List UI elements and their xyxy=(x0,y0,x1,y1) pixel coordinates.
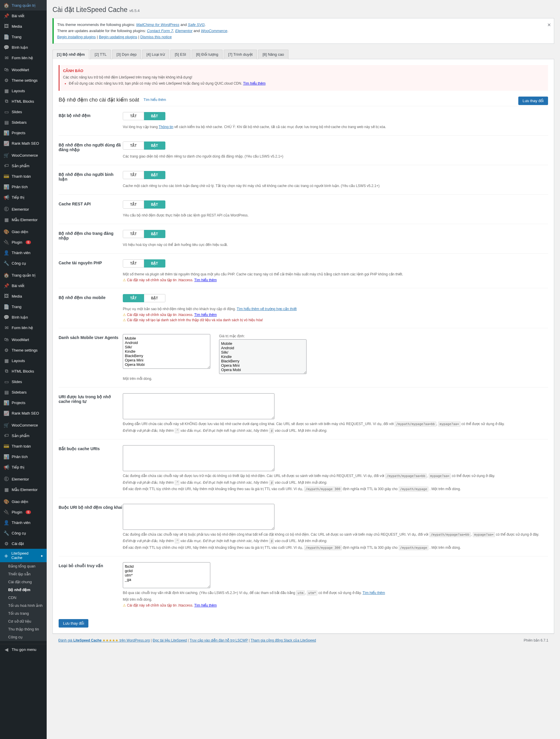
sidebar-item-litespeed[interactable]: ◈ LiteSpeed Cache ▸ xyxy=(0,549,47,562)
close-icon[interactable]: ✕ xyxy=(547,21,551,29)
submenu-item[interactable]: Cài đặt chung xyxy=(0,578,47,586)
textarea-mobile-agents[interactable]: Mobile Android Silk/ Kindle BlackBerry O… xyxy=(123,334,210,369)
sidebar-item[interactable]: 🏠Trang quản trị xyxy=(0,0,47,10)
save-button-bottom[interactable]: Lưu thay đổi xyxy=(59,619,88,627)
submenu-item[interactable]: Thiết lập sẵn xyxy=(0,570,47,578)
tab[interactable]: [7] Trình duyệt xyxy=(224,49,257,59)
submenu-item[interactable]: Bộ nhớ đệm xyxy=(0,586,47,594)
sidebar-item[interactable]: 🏷Sản phẩm xyxy=(0,160,47,171)
sidebar-item[interactable]: 🔌Plugin6 xyxy=(0,237,47,248)
sidebar-item[interactable]: 📄Trang xyxy=(0,31,47,42)
sidebar-item[interactable]: ⚙Cài đặt xyxy=(0,538,47,549)
sidebar-item[interactable]: ⧉HTML Blocks xyxy=(0,366,47,377)
sidebar-item[interactable]: ✉Form liên hệ xyxy=(0,322,47,333)
submenu-item[interactable]: Tối ưu trang xyxy=(0,609,47,617)
tab[interactable]: [8] Nâng cao xyxy=(258,49,289,59)
toggle-off[interactable]: TẮT xyxy=(123,200,144,208)
sidebar-item[interactable]: 💬Bình luận xyxy=(0,42,47,52)
toggle-off[interactable]: TẮT xyxy=(123,142,144,150)
sidebar-item[interactable]: 🛍WoodMart xyxy=(0,64,47,75)
link-info[interactable]: Thông tin xyxy=(159,125,173,129)
submenu-item[interactable]: Công cụ xyxy=(0,633,47,641)
sidebar-item[interactable]: 🔌Plugin6 xyxy=(0,507,47,517)
sidebar-item[interactable]: 📊Projects xyxy=(0,128,47,138)
sidebar-item[interactable]: 📈Rank Math SEO xyxy=(0,138,47,148)
toggle-off[interactable]: TẮT xyxy=(123,171,144,179)
footer-forum-link[interactable]: Truy cập vào diễn đàn hỗ trợ LSCWP xyxy=(190,638,248,642)
sidebar-item[interactable]: 💳Thanh toán xyxy=(0,171,47,181)
sidebar-item[interactable]: 🛒WooCommerce xyxy=(0,420,47,430)
toggle-off[interactable]: TẮT xyxy=(123,230,144,238)
submenu-item[interactable]: Tối ưu hoá hình ảnh xyxy=(0,602,47,609)
toggle-on[interactable]: BẬT xyxy=(144,230,165,238)
sidebar-item[interactable]: ✉Form liên hệ xyxy=(0,52,47,63)
sidebar-item[interactable]: 📈Rank Math SEO xyxy=(0,408,47,418)
textarea-private-uris[interactable] xyxy=(123,393,274,419)
link-learn-more[interactable]: Tìm hiểu thêm xyxy=(243,82,265,86)
link-learn-more[interactable]: Tìm hiểu thêm xyxy=(363,591,385,595)
sidebar-item[interactable]: 👤Thành viên xyxy=(0,517,47,528)
sidebar-item[interactable]: 💳Thanh toán xyxy=(0,441,47,451)
toggle-on[interactable]: BẬT xyxy=(144,294,165,302)
sidebar-item[interactable]: 🖾Media xyxy=(0,291,47,301)
sidebar-item[interactable]: 📌Bài viết xyxy=(0,10,47,21)
textarea-force-public[interactable] xyxy=(123,504,274,530)
sidebar-item[interactable]: ▤Sidebars xyxy=(0,117,47,128)
tab[interactable]: [1] Bộ nhớ đệm xyxy=(52,49,89,59)
toggle-cache-logged[interactable]: TẮT BẬT xyxy=(123,142,165,150)
toggle-cache-login[interactable]: TẮT BẬT xyxy=(123,230,165,238)
link-elementor[interactable]: Elementor xyxy=(175,29,192,33)
toggle-cache-php[interactable]: TẮT BẬT xyxy=(123,259,165,268)
sidebar-item[interactable]: 📢Tiếp thị xyxy=(0,462,47,472)
submenu-item[interactable]: Bảng tổng quan xyxy=(0,562,47,570)
footer-slack-link[interactable]: Tham gia cộng đồng Slack của LiteSpeed xyxy=(250,638,316,642)
toggle-enable-cache[interactable]: TẮT BẬT xyxy=(123,112,165,120)
link-mailchimp[interactable]: MailChimp for WordPress xyxy=(136,22,179,27)
link-learn-more[interactable]: Tìm hiểu thêm xyxy=(194,313,217,317)
textarea-force-cache[interactable] xyxy=(123,445,274,471)
sidebar-item[interactable]: ▭Slides xyxy=(0,377,47,387)
save-button-top[interactable]: Lưu thay đổi xyxy=(518,97,548,105)
tab[interactable]: [3] Dọn dẹp xyxy=(112,49,141,59)
sidebar-item[interactable]: ▤Sidebars xyxy=(0,387,47,397)
sidebar-item[interactable]: 🏷Sản phẩm xyxy=(0,430,47,441)
collapse-menu[interactable]: ◀ Thu gọn menu xyxy=(0,644,47,655)
sidebar-item[interactable]: ⧉HTML Blocks xyxy=(0,96,47,107)
link-learn-more[interactable]: Tìm hiểu thêm xyxy=(194,603,217,607)
tab[interactable]: [5] ESI xyxy=(170,49,190,59)
sidebar-item[interactable]: 📊Projects xyxy=(0,397,47,408)
sidebar-item[interactable]: ▦Mẫu Elementor xyxy=(0,214,47,225)
link-learn-more[interactable]: Tìm hiểu thêm xyxy=(194,278,217,282)
toggle-off[interactable]: TẮT xyxy=(123,259,144,268)
sidebar-item[interactable]: 🔧Công cụ xyxy=(0,528,47,538)
link-install[interactable]: Begin installing plugins xyxy=(57,35,96,39)
link-safesvg[interactable]: Safe SVG xyxy=(188,22,205,27)
link-learn-more[interactable]: Tìm hiểu thêm xyxy=(144,98,166,102)
sidebar-item[interactable]: ▦Layouts xyxy=(0,355,47,366)
footer-docs-link[interactable]: Đọc tài liệu LiteSpeed xyxy=(153,638,187,642)
sidebar-item[interactable]: ⒺElementor xyxy=(0,204,47,214)
sidebar-item[interactable]: 🛍WoodMart xyxy=(0,334,47,345)
sidebar-item[interactable]: ⚙Theme settings xyxy=(0,345,47,355)
sidebar-item[interactable]: ▦Mẫu Elementor xyxy=(0,484,47,495)
sidebar-item[interactable]: 📄Trang xyxy=(0,301,47,312)
toggle-cache-mobile[interactable]: TẮT BẬT xyxy=(123,294,165,302)
link-cf7[interactable]: Contact Form 7 xyxy=(147,29,173,33)
toggle-on[interactable]: BẬT xyxy=(144,259,165,268)
submenu-item[interactable]: Thu thập thông tin xyxy=(0,625,47,633)
submenu-item[interactable]: CDN xyxy=(0,594,47,602)
sidebar-item[interactable]: 📊Phân tích xyxy=(0,181,47,192)
toggle-off[interactable]: TẮT xyxy=(123,294,144,302)
toggle-on[interactable]: BẬT xyxy=(144,171,165,179)
sidebar-item[interactable]: 👤Thành viên xyxy=(0,248,47,258)
toggle-cache-rest[interactable]: TẮT BẬT xyxy=(123,200,165,208)
sidebar-item[interactable]: ⚙Theme settings xyxy=(0,75,47,86)
toggle-on[interactable]: BẬT xyxy=(144,112,165,120)
sidebar-item[interactable]: 🔧Công cụ xyxy=(0,258,47,268)
sidebar-item[interactable]: 📊Phân tích xyxy=(0,451,47,462)
sidebar-item[interactable]: 🏠Trang quản trị xyxy=(0,270,47,280)
sidebar-item[interactable]: ▭Slides xyxy=(0,107,47,117)
link-dismiss[interactable]: Dismiss this notice xyxy=(140,35,172,39)
link-woo[interactable]: WooCommerce xyxy=(201,29,227,33)
link-learn-more[interactable]: Tìm hiểu thêm về trường hợp cần thiết xyxy=(237,307,297,311)
